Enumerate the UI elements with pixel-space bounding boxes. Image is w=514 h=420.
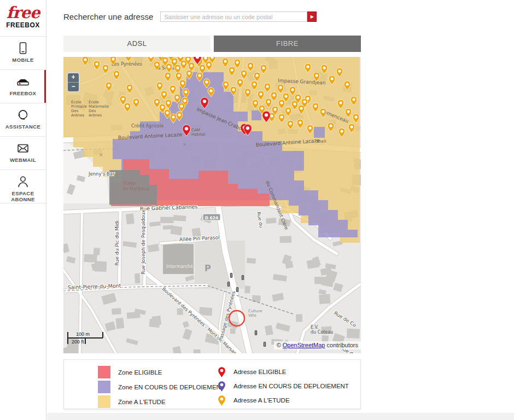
svg-text:Shell: Shell	[316, 139, 326, 144]
svg-text:×: ×	[183, 142, 187, 147]
map-zoom-control: + −	[67, 72, 80, 92]
technology-tabs: ADSL FIBRE	[63, 36, 361, 52]
svg-text:Les Pyrénées: Les Pyrénées	[112, 61, 142, 67]
road-badge: D 624	[203, 214, 220, 220]
legend-row-adresse-eligible: Adresse ELIGIBLE	[217, 366, 349, 378]
zone-etude-swatch	[98, 395, 110, 408]
freebox-icon	[0, 74, 46, 89]
legend-label: Zone A L'ETUDE	[118, 399, 166, 405]
map-scale-bar: 100 m 200 ft	[66, 329, 106, 349]
openstreetmap-link[interactable]: OpenStreetMap	[283, 342, 325, 348]
svg-text:P: P	[205, 263, 211, 273]
svg-text:Jenny's Bar: Jenny's Bar	[88, 171, 115, 177]
legend-label: Adresse A L'ETUDE	[233, 397, 290, 404]
tab-fibre[interactable]: FIBRE	[214, 36, 361, 52]
svg-text:Rue du Pic du Midi: Rue du Pic du Midi	[114, 220, 120, 266]
svg-text:Crédit Agricole: Crédit Agricole	[131, 123, 163, 129]
zoom-in-button[interactable]: +	[68, 73, 79, 83]
map-canvas: Boulevard Antoine LacazeBoulevard Antoin…	[63, 57, 361, 353]
search-bar: Rechercher une adresse ▶	[63, 0, 361, 22]
purple-pin-icon	[217, 380, 226, 392]
sidebar-item-assistance[interactable]: ASSISTANCE	[0, 103, 46, 137]
person-icon	[0, 174, 46, 189]
yellow-pin-icon	[217, 394, 226, 406]
sidebar-item-label: MOBILE	[0, 57, 46, 63]
legend-label: Adresse ELIGIBLE	[233, 369, 287, 375]
eligibility-map[interactable]: Boulevard Antoine LacazeBoulevard Antoin…	[63, 57, 361, 353]
svg-text:×: ×	[99, 152, 103, 158]
free-logo[interactable]: free FREEBOX	[0, 0, 46, 37]
sidebar-item-label: FREEBOX	[0, 90, 46, 96]
sidebar-item-mobile[interactable]: MOBILE	[0, 37, 46, 70]
red-pin-icon	[217, 366, 226, 378]
sidebar-item-label: ASSISTANCE	[0, 124, 46, 130]
free-logo-sub: FREEBOX	[0, 21, 46, 29]
zone-deploiement-swatch	[98, 381, 110, 393]
map-legend: Zone ELIGIBLE Zone EN COURS DE DEPLOIEME…	[63, 359, 361, 409]
tab-adsl[interactable]: ADSL	[63, 36, 211, 52]
zone-eligible-swatch	[98, 366, 110, 378]
freebox-eligibility-page: free FREEBOX MOBILE FREEBOX	[0, 0, 514, 420]
svg-text:Intermarché: Intermarché	[166, 264, 193, 269]
legend-row-zone-deploiement: Zone EN COURS DE DEPLOIEMENT	[98, 381, 217, 393]
legend-row-adresse-etude: Adresse A L'ETUDE	[217, 394, 349, 406]
envelope-icon	[0, 141, 46, 156]
legend-addresses-column: Adresse ELIGIBLE Adresse EN COURS DE DEP…	[217, 366, 349, 409]
map-attribution: © OpenStreetMap contributors	[274, 341, 361, 349]
legend-label: Adresse EN COURS DE DEPLOIEMENT	[233, 383, 349, 389]
svg-text:Rue Joseph de Pesquidoux: Rue Joseph de Pesquidoux	[141, 209, 146, 275]
page-footer-strip	[47, 413, 514, 420]
sidebar-item-label: ESPACE ABONNE	[0, 190, 46, 202]
free-logo-text: free	[0, 5, 46, 21]
legend-label: Zone ELIGIBLE	[118, 369, 162, 376]
address-search-input[interactable]	[160, 11, 307, 22]
legend-row-zone-eligible: Zone ELIGIBLE	[98, 366, 217, 378]
zoom-out-button[interactable]: −	[68, 83, 79, 91]
sidebar: free FREEBOX MOBILE FREEBOX	[0, 0, 46, 420]
smartphone-icon	[0, 41, 46, 56]
legend-label: Zone EN COURS DE DEPLOIEMENT	[118, 384, 225, 390]
legend-row-adresse-deploiement: Adresse EN COURS DE DEPLOIEMENT	[217, 380, 349, 392]
sidebar-item-espace-abonne[interactable]: ESPACE ABONNE	[0, 170, 46, 203]
sidebar-item-label: WEBMAIL	[0, 157, 46, 163]
svg-text:200 ft: 200 ft	[72, 339, 84, 345]
sidebar-item-freebox[interactable]: FREEBOX	[0, 70, 46, 103]
sidebar-item-webmail[interactable]: WEBMAIL	[0, 137, 46, 170]
main-content: Rechercher une adresse ▶ ADSL FIBRE Boul…	[63, 0, 361, 409]
search-submit-button[interactable]: ▶	[307, 11, 317, 22]
legend-zones-column: Zone ELIGIBLE Zone EN COURS DE DEPLOIEME…	[98, 366, 217, 409]
legend-row-zone-etude: Zone A L'ETUDE	[98, 395, 217, 408]
svg-text:100 m: 100 m	[76, 331, 90, 337]
search-label: Rechercher une adresse	[63, 12, 153, 21]
svg-text:D 624: D 624	[205, 215, 219, 220]
headset-icon	[0, 108, 46, 122]
